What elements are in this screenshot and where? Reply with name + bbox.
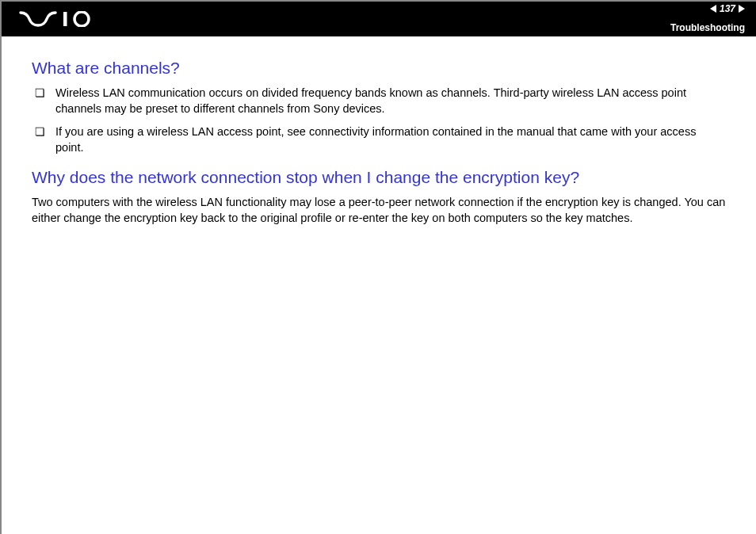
list-item: Wireless LAN communication occurs on div… — [35, 86, 726, 116]
answer-bullets-1: Wireless LAN communication occurs on div… — [32, 86, 726, 155]
section-label: Troubleshooting — [670, 22, 745, 33]
page-content: What are channels? Wireless LAN communic… — [2, 36, 756, 242]
prev-page-icon[interactable] — [710, 5, 716, 13]
answer-body-2: Two computers with the wireless LAN func… — [32, 195, 726, 226]
page-number: 137 — [720, 3, 735, 14]
svg-point-1 — [74, 12, 89, 26]
svg-rect-0 — [63, 12, 67, 26]
next-page-icon[interactable] — [739, 5, 745, 13]
page-header: 137 Troubleshooting — [2, 2, 756, 36]
question-heading-1: What are channels? — [32, 59, 726, 78]
question-heading-2: Why does the network connection stop whe… — [32, 168, 726, 187]
vaio-logo — [16, 11, 103, 27]
page-navigator: 137 — [710, 3, 745, 14]
list-item: If you are using a wireless LAN access p… — [35, 124, 726, 155]
